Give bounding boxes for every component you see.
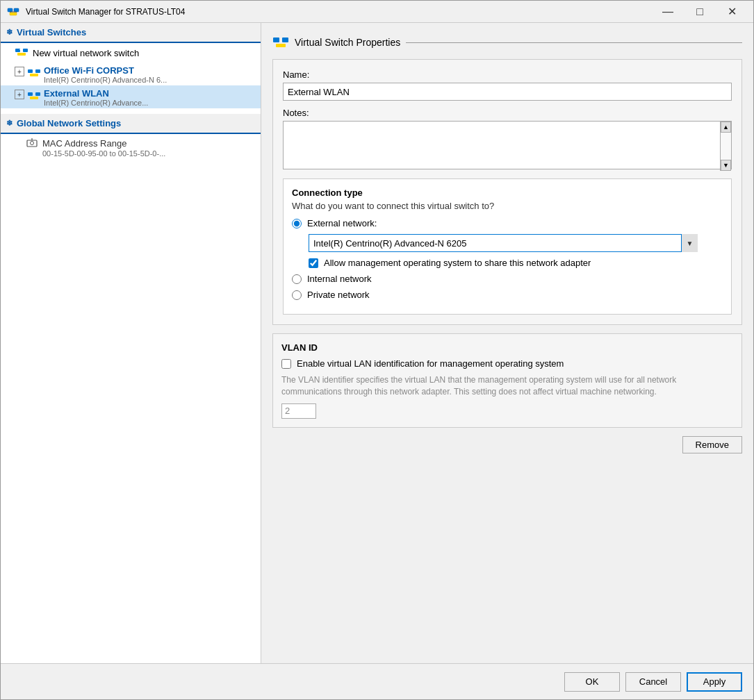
panel-divider <box>406 42 742 43</box>
properties-section: Name: Notes: ▲ ▼ Connection type What do… <box>272 59 742 325</box>
external-network-dropdown[interactable]: Intel(R) Centrino(R) Advanced-N 6205 <box>309 234 698 252</box>
external-wlan-name: External WLAN <box>44 88 148 99</box>
svg-rect-13 <box>28 92 33 96</box>
global-network-chevron-icon: ❄ <box>6 119 13 128</box>
svg-point-17 <box>31 142 34 145</box>
office-wifi-sub: Intel(R) Centrino(R) Advanced-N 6... <box>44 76 167 84</box>
vlan-value-input[interactable] <box>281 403 316 419</box>
private-network-label[interactable]: Private network <box>307 290 370 300</box>
allow-management-row: Allow management operating system to sha… <box>309 258 723 268</box>
external-network-dropdown-container: Intel(R) Centrino(R) Advanced-N 6205 ▼ <box>309 234 698 252</box>
svg-rect-15 <box>30 97 38 99</box>
external-wlan-group[interactable]: + External WLAN Intel(R) Centrino(R) Adv… <box>1 85 261 108</box>
svg-rect-2 <box>10 12 17 15</box>
expand-office-wifi-icon: + <box>15 67 24 76</box>
svg-rect-20 <box>282 38 288 42</box>
virtual-switches-label: Virtual Switches <box>17 27 86 38</box>
virtual-switches-header[interactable]: ❄ Virtual Switches <box>1 23 261 43</box>
window-title: Virtual Switch Manager for STRATUS-LT04 <box>26 7 652 17</box>
connection-type-title: Connection type <box>292 188 723 198</box>
svg-rect-14 <box>35 92 40 96</box>
global-network-settings-label: Global Network Settings <box>17 118 121 128</box>
mac-address-value: 00-15-5D-00-95-00 to 00-15-5D-0-... <box>26 149 255 158</box>
titlebar: Virtual Switch Manager for STRATUS-LT04 … <box>1 1 753 23</box>
allow-management-checkbox[interactable] <box>309 258 318 268</box>
vlan-checkbox[interactable] <box>281 359 291 369</box>
vlan-title: VLAN ID <box>281 342 733 353</box>
svg-rect-11 <box>35 69 40 73</box>
new-switch-label: New virtual network switch <box>33 48 139 58</box>
scrollbar-track <box>721 133 731 160</box>
cancel-button[interactable]: Cancel <box>625 672 681 692</box>
external-wlan-icon <box>27 90 41 103</box>
notes-scrollbar: ▲ ▼ <box>720 122 731 171</box>
office-wifi-name: Office Wi-Fi CORPST <box>44 65 167 76</box>
mac-address-label: MAC Address Range <box>42 138 126 149</box>
name-input[interactable] <box>283 83 732 101</box>
external-network-radio-row: External network: <box>292 218 723 228</box>
right-panel: Virtual Switch Properties Name: Notes: ▲… <box>261 23 753 663</box>
ok-button[interactable]: OK <box>564 672 620 692</box>
office-wifi-info: Office Wi-Fi CORPST Intel(R) Centrino(R)… <box>44 65 167 84</box>
notes-textarea[interactable] <box>283 121 732 169</box>
external-network-radio[interactable] <box>292 219 302 228</box>
external-wlan-sub: Intel(R) Centrino(R) Advance... <box>44 99 148 107</box>
mac-address-row: MAC Address Range <box>26 137 255 149</box>
new-virtual-switch-item[interactable]: + New virtual network switch <box>1 43 261 62</box>
remove-button[interactable]: Remove <box>682 436 742 453</box>
connection-type-box: Connection type What do you want to conn… <box>283 178 732 315</box>
expand-external-wlan-icon: + <box>15 90 24 99</box>
window-icon <box>6 5 20 19</box>
svg-rect-1 <box>14 8 19 12</box>
new-switch-icon: + <box>15 46 28 60</box>
office-wifi-group[interactable]: + Office Wi-Fi CORPST Intel(R) Centrino(… <box>1 62 261 85</box>
virtual-switches-chevron-icon: ❄ <box>6 28 13 37</box>
window-controls: — □ ✕ <box>652 1 748 23</box>
name-label: Name: <box>283 69 732 80</box>
internal-network-label[interactable]: Internal network <box>307 274 372 284</box>
global-network-settings-header[interactable]: ❄ Global Network Settings <box>1 114 261 134</box>
notes-label: Notes: <box>283 108 732 118</box>
panel-header-icon <box>272 34 289 51</box>
internal-network-radio[interactable] <box>292 274 302 284</box>
svg-rect-7 <box>23 49 28 52</box>
svg-rect-10 <box>28 69 33 73</box>
private-network-radio[interactable] <box>292 290 302 300</box>
panel-header-title: Virtual Switch Properties <box>295 37 400 48</box>
close-button[interactable]: ✕ <box>716 1 748 23</box>
window: Virtual Switch Manager for STRATUS-LT04 … <box>0 0 754 700</box>
svg-rect-19 <box>273 38 279 42</box>
main-content: ❄ Virtual Switches + New virtual network… <box>1 23 753 663</box>
external-network-label[interactable]: External network: <box>307 218 377 228</box>
maximize-button[interactable]: □ <box>684 1 716 23</box>
sidebar: ❄ Virtual Switches + New virtual network… <box>1 23 261 663</box>
svg-rect-12 <box>30 74 38 76</box>
svg-rect-21 <box>276 44 286 47</box>
scrollbar-up-btn[interactable]: ▲ <box>721 122 731 133</box>
svg-text:+: + <box>19 47 23 53</box>
vlan-checkbox-label[interactable]: Enable virtual LAN identification for ma… <box>297 358 564 369</box>
notes-wrap: ▲ ▼ <box>283 121 732 172</box>
apply-button[interactable]: Apply <box>687 672 742 692</box>
scrollbar-down-btn[interactable]: ▼ <box>721 160 731 171</box>
private-network-radio-row: Private network <box>292 290 723 300</box>
connection-type-question: What do you want to connect this virtual… <box>292 201 723 211</box>
vlan-checkbox-row: Enable virtual LAN identification for ma… <box>281 358 733 369</box>
svg-rect-0 <box>8 8 13 12</box>
office-wifi-icon <box>27 67 41 81</box>
minimize-button[interactable]: — <box>652 1 684 23</box>
remove-btn-row: Remove <box>272 436 742 453</box>
svg-rect-8 <box>17 53 26 56</box>
internal-network-radio-row: Internal network <box>292 274 723 284</box>
bottom-bar: OK Cancel Apply <box>1 663 753 699</box>
vlan-section: VLAN ID Enable virtual LAN identificatio… <box>272 333 742 428</box>
external-wlan-info: External WLAN Intel(R) Centrino(R) Advan… <box>44 88 148 107</box>
vlan-description: The VLAN identifier specifies the virtua… <box>281 374 733 398</box>
mac-address-icon <box>26 137 38 149</box>
panel-header: Virtual Switch Properties <box>272 34 742 51</box>
mac-address-item[interactable]: MAC Address Range 00-15-5D-00-95-00 to 0… <box>1 134 261 159</box>
allow-management-label[interactable]: Allow management operating system to sha… <box>324 258 591 268</box>
